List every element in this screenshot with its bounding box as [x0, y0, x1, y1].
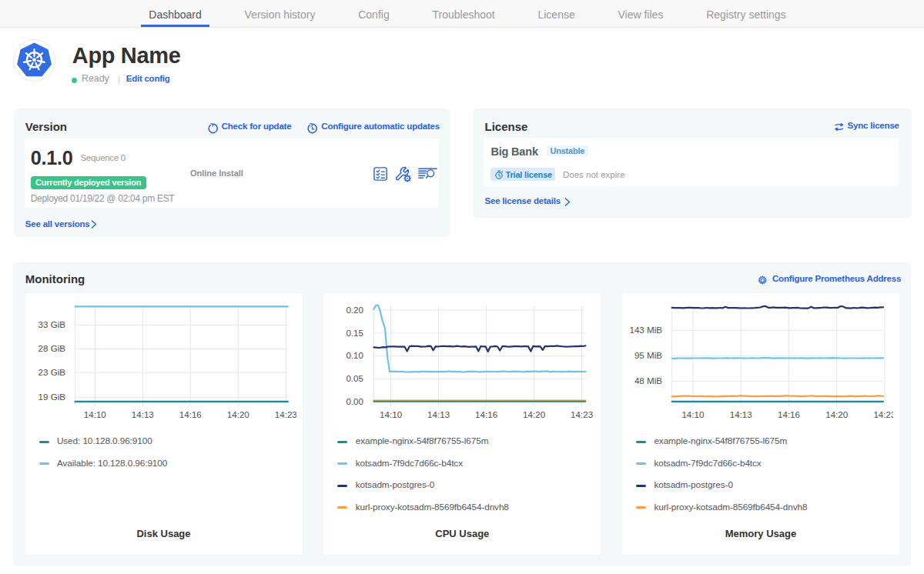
svg-text:0.15: 0.15	[346, 328, 364, 338]
svg-text:14:16: 14:16	[179, 409, 201, 419]
svg-text:14:20: 14:20	[825, 409, 848, 419]
svg-text:14:13: 14:13	[131, 409, 153, 419]
svg-text:14:23: 14:23	[571, 409, 593, 419]
svg-text:48 MiB: 48 MiB	[634, 375, 662, 385]
svg-text:14:10: 14:10	[681, 409, 704, 419]
svg-text:14:13: 14:13	[730, 409, 752, 419]
svg-text:19 GiB: 19 GiB	[38, 392, 65, 402]
svg-text:14:23: 14:23	[274, 409, 296, 419]
svg-text:143 MiB: 143 MiB	[629, 325, 662, 335]
svg-text:14:13: 14:13	[427, 409, 450, 419]
svg-text:95 MiB: 95 MiB	[634, 350, 662, 360]
svg-text:33 GiB: 33 GiB	[38, 319, 65, 329]
svg-text:14:10: 14:10	[83, 409, 105, 419]
svg-text:0.10: 0.10	[346, 350, 364, 360]
svg-text:0.05: 0.05	[346, 373, 364, 383]
svg-text:14:23: 14:23	[873, 409, 893, 419]
svg-text:28 GiB: 28 GiB	[38, 343, 65, 353]
svg-text:14:10: 14:10	[380, 409, 402, 419]
svg-text:23 GiB: 23 GiB	[38, 367, 65, 377]
svg-text:14:16: 14:16	[475, 409, 497, 419]
svg-text:0.20: 0.20	[346, 305, 364, 315]
svg-text:14:16: 14:16	[778, 409, 800, 419]
svg-text:0.00: 0.00	[346, 396, 364, 406]
svg-text:14:20: 14:20	[523, 409, 545, 419]
svg-text:14:20: 14:20	[226, 409, 249, 419]
